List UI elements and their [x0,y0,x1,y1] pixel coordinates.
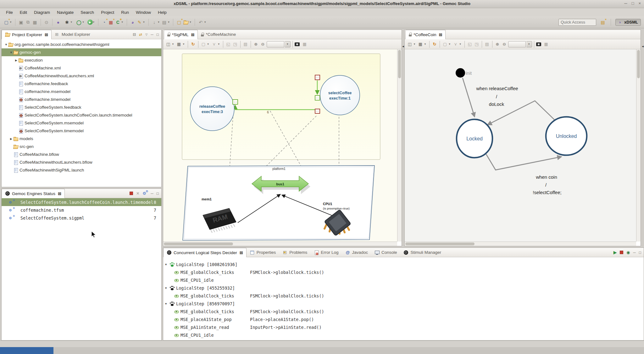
zoom-in-icon[interactable]: ⊕ [494,41,501,47]
view-tab[interactable]: Error Log ⊠ [311,248,342,257]
tree-item[interactable]: models [2,135,161,143]
output-port[interactable] [233,100,238,104]
engine-clock-icon[interactable]: ◔ [101,19,108,26]
menu-item[interactable]: Navigate [54,9,76,16]
menu-item[interactable]: Diagram [31,9,53,16]
run-icon[interactable]: ▶ [87,19,93,25]
logical-step-row[interactable]: MSE_placeA1State_pop Place->placeA1State… [163,315,644,323]
expander-icon[interactable] [9,51,13,54]
save-icon[interactable]: ▣ [18,19,25,26]
zoom-level-combo[interactable] [267,41,284,47]
new-gold-icon[interactable]: ▢ [175,19,182,26]
quick-access-input[interactable] [558,19,596,26]
expander-icon[interactable] [165,302,169,305]
paste-layout-icon[interactable]: ▢ [442,41,448,47]
editor-tab[interactable]: *CoffeeCoin ⊠ [405,30,446,39]
editor-tab[interactable]: *CoffeeMachine ⊠ [198,30,239,39]
tree-item[interactable]: src-gen [2,143,161,150]
debug-sphere-icon[interactable]: ● [55,19,62,26]
clipboard-icon[interactable]: ▤ [484,41,490,47]
undo-icon[interactable]: ↶ [197,19,204,26]
zoom-level-combo[interactable] [508,41,526,47]
logical-step-row[interactable]: MSE_pA1inState_read InputPort->pA1inStat… [163,323,644,331]
view-tab[interactable]: Properties ⊠ [247,248,280,257]
logical-step-row[interactable]: LogicalStep [1008261936] [163,260,644,268]
zoom-combo-caret-icon[interactable]: ▼ [285,41,291,47]
run-decider-icon[interactable]: ▶ [613,250,617,255]
tree-item[interactable]: gemoc-gen [2,48,161,56]
dispose-engine-icon[interactable]: ✕ [136,191,139,196]
minimize-window-icon[interactable]: ─ [624,1,627,6]
close-tab-icon[interactable]: ⊠ [58,191,61,196]
close-tab-icon[interactable]: ⊠ [45,32,48,37]
engines-status-tab[interactable]: Gemoc Engines Status ⊠ [2,189,65,198]
view-tab[interactable]: Model Explorer ⊠ [52,30,94,39]
engine-status-icon[interactable]: ◉ [626,250,630,255]
close-tab-icon[interactable]: ⊠ [191,32,195,37]
menu-item[interactable]: File [3,9,16,16]
logical-step-row[interactable]: LogicalStep [856970097] [163,300,644,308]
paste-layout-icon[interactable]: ▢ [200,41,207,47]
dropdown-caret-icon[interactable]: ▼ [92,21,95,24]
edit-pencil-icon[interactable]: ✎ [136,19,143,26]
align-right-icon[interactable]: ◳ [474,41,480,47]
menu-item[interactable]: Window [133,9,154,16]
dropdown-caret-icon[interactable]: ▼ [167,21,170,24]
save-all-icon[interactable]: ⧉ [25,19,31,26]
zoom-out-icon[interactable]: ⊖ [260,41,266,47]
menu-item[interactable]: Project [98,9,117,16]
distribute-icon[interactable]: ⋎ [452,41,459,47]
maximize-view-icon[interactable]: □ [157,32,159,37]
import-arrow-icon[interactable]: ↓ [151,19,158,26]
grid-icon[interactable]: ▦ [302,41,308,47]
engine-row[interactable]: coffemachine.tfsm 7 [2,206,161,214]
expander-icon[interactable] [14,59,18,62]
tree-item[interactable]: SelectCoffeeSystem.feedback [2,103,161,111]
collapse-left-icon[interactable]: ◀ [402,45,404,246]
export-image-icon[interactable] [536,42,541,46]
zoom-in-icon[interactable]: ⊕ [253,41,259,47]
expander-icon[interactable] [9,137,13,140]
collapse-left-icon[interactable]: ◀ [642,45,643,246]
tree-item[interactable]: SelectCoffeeSystem.launchCoffeeCoin.laun… [2,111,161,119]
layout-mode-icon[interactable]: ◫ [165,41,171,47]
view-tab[interactable]: Project Explorer ⊠ [2,30,52,39]
debug-ring-icon[interactable]: ◯ [75,19,82,26]
filters-icon[interactable]: ▦ [417,41,424,47]
tree-item[interactable]: CoffeeMachine.xml [2,64,161,72]
dropdown-caret-icon[interactable]: ▼ [204,21,206,24]
menu-item[interactable]: Edit [17,9,30,16]
agent-node-releasecoffee[interactable] [190,87,234,131]
tree-item[interactable]: SelectCoffeeSystem.timemodel [2,127,161,135]
align-right-icon[interactable]: ◳ [232,41,238,47]
editor-tab[interactable]: *SigPML ⊠ [164,30,198,39]
logical-step-row[interactable]: MSE_globalClock_ticks FSMClock->globalCl… [163,292,644,300]
input-port[interactable] [315,75,320,80]
new-wizard-icon[interactable]: ▢ [3,19,10,26]
stop-icon[interactable] [620,251,623,254]
export-image-icon[interactable] [295,42,300,46]
engine-options-icon[interactable] [142,191,147,196]
search-icon[interactable]: ⊙ [43,19,50,26]
expander-icon[interactable] [165,286,169,290]
horizontal-scrollbar[interactable] [405,242,636,246]
diagram-background[interactable] [405,49,636,242]
menu-item[interactable]: Search [78,9,97,16]
close-window-icon[interactable]: × [638,1,641,6]
dropdown-caret-icon[interactable]: ▼ [143,21,145,24]
layout-mode-icon[interactable]: ◫ [407,41,413,47]
expander-icon[interactable] [4,43,8,46]
maximize-view-icon[interactable]: □ [639,250,641,255]
dropdown-caret-icon[interactable]: ▼ [158,21,160,24]
print-icon[interactable]: ▦ [31,19,38,26]
xdsml-perspective-button[interactable]: ◑ xDSML [615,19,641,26]
coffeecoin-canvas[interactable]: init when releaseCoffee / doLock Locked … [405,49,636,242]
engine-row[interactable]: SelectCoffeeSystem.sigpml 7 [2,214,161,222]
editor-sash[interactable]: ◀ [402,30,404,246]
vertical-scrollbar[interactable] [397,49,402,242]
align-left-icon[interactable]: ◱ [225,41,231,47]
dropdown-caret-icon[interactable]: ▼ [121,21,124,24]
collapse-all-icon[interactable]: ⊟ [133,32,136,37]
tree-item[interactable]: coffemachine.msemodel [2,88,161,95]
distribute-icon[interactable]: ⋎ [211,41,217,47]
